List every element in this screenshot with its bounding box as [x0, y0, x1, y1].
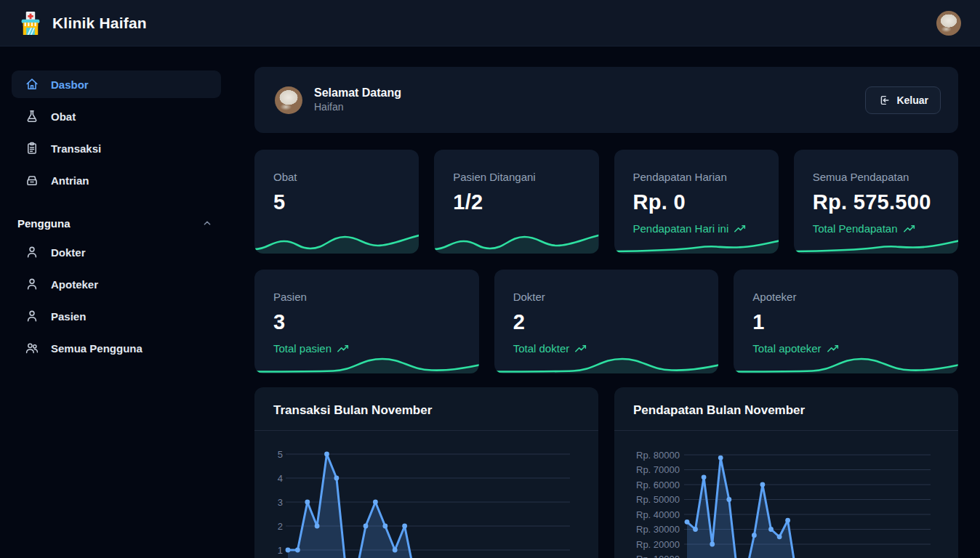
svg-text:Rp. 30000: Rp. 30000 [636, 524, 680, 535]
stat-label: Obat [273, 171, 400, 183]
welcome-greeting: Selamat Datang [314, 86, 401, 100]
stat-label: Apoteker [752, 291, 939, 303]
welcome-avatar [275, 86, 302, 114]
svg-text:4: 4 [278, 473, 283, 484]
sidebar-item-transaksi[interactable]: Transaksi [12, 134, 221, 162]
home-icon [25, 77, 39, 92]
sidebar-item-semua-pengguna[interactable]: Semua Pengguna [12, 334, 221, 362]
svg-text:Rp. 10000: Rp. 10000 [636, 554, 680, 558]
stat-card-obat: Obat 5 [254, 150, 419, 254]
sparkline [254, 230, 419, 254]
stat-value: 2 [513, 310, 700, 334]
user-icon [25, 245, 39, 259]
svg-text:Rp. 20000: Rp. 20000 [636, 539, 680, 550]
sidebar-item-label: Pasien [51, 310, 86, 323]
stat-card-pasien: Pasien 3 Total pasien [254, 270, 479, 373]
sidebar-item-label: Obat [51, 110, 76, 123]
sparkline [614, 230, 779, 254]
logout-button[interactable]: Keluar [865, 86, 941, 114]
stats-row-1: Obat 5 Pasien Ditangani 1/2 Pendapatan H… [254, 150, 958, 254]
stat-value: Rp. 0 [633, 190, 760, 214]
logout-icon [877, 94, 891, 107]
flask-icon [25, 109, 39, 124]
sidebar: Dasbor Obat Transaksi Antrian Pengguna D… [0, 46, 233, 558]
svg-text:3: 3 [278, 497, 283, 508]
user-icon [25, 309, 39, 323]
stat-label: Dokter [513, 291, 700, 303]
sparkline [734, 349, 958, 373]
stat-value: Rp. 575.500 [813, 190, 939, 214]
sidebar-item-label: Dokter [51, 246, 86, 259]
chart-card-transaksi: Transaksi Bulan November 54321 [254, 387, 598, 558]
chart-card-pendapatan: Pendapatan Bulan November Rp. 80000Rp. 7… [614, 387, 958, 558]
stat-card-dokter: Dokter 2 Total dokter [494, 270, 719, 373]
svg-text:2: 2 [278, 521, 283, 532]
section-label: Pengguna [17, 217, 71, 230]
user-icon [25, 277, 39, 291]
sidebar-section-pengguna[interactable]: Pengguna [12, 216, 221, 230]
sparkline [254, 349, 479, 373]
hospital-building-icon [19, 11, 42, 36]
sidebar-item-label: Apoteker [51, 278, 98, 291]
svg-text:Rp. 70000: Rp. 70000 [636, 464, 680, 475]
sparkline [794, 230, 958, 254]
chevron-up-icon [201, 217, 214, 230]
drawer-icon [25, 173, 39, 187]
sidebar-item-obat[interactable]: Obat [12, 102, 221, 130]
svg-text:Rp. 60000: Rp. 60000 [636, 480, 680, 490]
sidebar-item-apoteker[interactable]: Apoteker [12, 270, 221, 298]
header-avatar[interactable] [936, 11, 961, 36]
sparkline [434, 230, 598, 254]
welcome-username: Haifan [314, 100, 401, 114]
sidebar-item-label: Antrian [51, 174, 89, 187]
clipboard-icon [25, 141, 39, 155]
logout-label: Keluar [896, 94, 928, 106]
sidebar-item-dokter[interactable]: Dokter [12, 238, 221, 266]
svg-text:Rp. 80000: Rp. 80000 [636, 450, 680, 461]
top-header: Klinik Haifan [0, 0, 980, 46]
stat-label: Pasien [273, 291, 460, 303]
svg-text:Rp. 50000: Rp. 50000 [636, 494, 680, 505]
charts-row: Transaksi Bulan November 54321 Pendapata… [254, 387, 958, 558]
sparkline [494, 349, 719, 373]
main-content: Selamat Datang Haifan Keluar Obat 5 Pasi… [254, 46, 958, 558]
users-icon [25, 341, 39, 355]
stat-card-apoteker: Apoteker 1 Total apoteker [734, 270, 958, 373]
stat-label: Pendapatan Harian [633, 171, 760, 183]
stat-value: 3 [273, 310, 460, 334]
welcome-card: Selamat Datang Haifan Keluar [254, 67, 958, 133]
sidebar-item-dasbor[interactable]: Dasbor [12, 70, 221, 98]
line-chart-transaksi: 54321 [254, 431, 598, 558]
line-chart-pendapatan: Rp. 80000Rp. 70000Rp. 60000Rp. 50000Rp. … [614, 431, 958, 558]
stat-label: Semua Pendapatan [813, 171, 939, 183]
svg-text:1: 1 [278, 545, 283, 556]
stat-card-pendapatan-harian: Pendapatan Harian Rp. 0 Pendapatan Hari … [614, 150, 779, 254]
stat-card-pasien-ditangani: Pasien Ditangani 1/2 [434, 150, 598, 254]
app-title: Klinik Haifan [52, 15, 147, 32]
stats-row-2: Pasien 3 Total pasien Dokter 2 Total dok… [254, 270, 958, 373]
sidebar-item-label: Transaksi [51, 142, 101, 155]
sidebar-item-antrian[interactable]: Antrian [12, 166, 221, 194]
stat-label: Pasien Ditangani [453, 171, 579, 183]
stat-card-semua-pendapatan: Semua Pendapatan Rp. 575.500 Total Penda… [794, 150, 958, 254]
svg-text:5: 5 [278, 449, 283, 460]
sidebar-item-label: Semua Pengguna [51, 342, 142, 355]
chart-title: Transaksi Bulan November [254, 387, 598, 418]
sidebar-item-pasien[interactable]: Pasien [12, 302, 221, 330]
sidebar-item-label: Dasbor [51, 78, 89, 91]
chart-title: Pendapatan Bulan November [614, 387, 958, 418]
stat-value: 1/2 [453, 190, 579, 214]
svg-text:Rp. 40000: Rp. 40000 [636, 509, 680, 520]
stat-value: 5 [273, 190, 400, 214]
stat-value: 1 [752, 310, 939, 334]
